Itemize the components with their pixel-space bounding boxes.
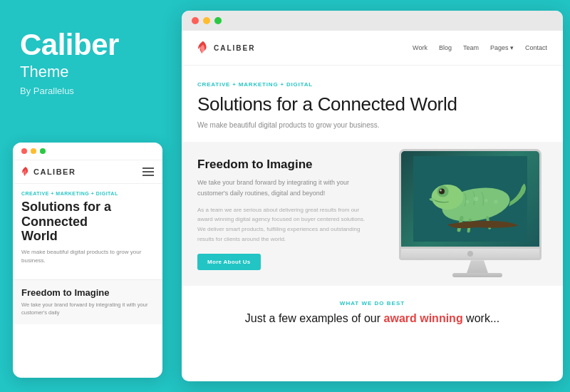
desktop-titlebar [182,11,563,31]
desktop-dot-yellow [203,17,210,24]
desktop-logo-icon [197,41,209,55]
mobile-heading-line2: Connected [21,215,88,229]
svg-point-9 [466,200,470,204]
desktop-logo-text: CALIBER [214,44,255,52]
svg-point-7 [484,199,488,202]
mobile-heading-line1: Solutions for a [21,200,111,214]
left-panel: Caliber Theme By Parallelus CALIBER CREA… [0,0,175,392]
mobile-content: CREATIVE + MARKETING + DIGITAL Solutions… [13,184,162,279]
mobile-logo-text: CALIBER [33,167,76,176]
mobile-section2-title: Freedom to Imagine [21,287,154,298]
theme-title: Caliber [20,29,155,61]
desktop-dot-green [214,17,222,24]
mobile-hamburger-icon[interactable] [142,167,154,176]
mobile-nav: CALIBER [13,160,162,184]
mobile-section2: Freedom to Imagine We take your brand fo… [13,279,162,324]
chameleon-svg [413,156,527,242]
nav-blog[interactable]: Blog [439,44,452,51]
imac-base [452,273,502,277]
feature-text: We take your brand forward by integratin… [197,177,366,200]
mobile-subtext: We make beautiful digital products to gr… [21,248,154,265]
imac-chin-circle [467,251,473,257]
bottom-tag: WHAT WE DO BEST [197,300,547,306]
theme-by: By Parallelus [20,86,155,96]
nav-pages[interactable]: Pages ▾ [490,44,514,51]
more-about-us-button[interactable]: More About Us [197,254,261,270]
svg-point-4 [439,189,445,195]
hero-sub: We make beautiful digital products to gr… [197,121,547,129]
imac-screen [399,149,542,249]
imac-stand [467,260,488,273]
nav-work[interactable]: Work [413,44,428,51]
desktop-bottom: WHAT WE DO BEST Just a few examples of o… [182,286,563,339]
nav-team[interactable]: Team [463,44,479,51]
desktop-feature: Freedom to Imagine We take your brand fo… [182,142,563,286]
mobile-heading: Solutions for a Connected World [21,200,154,244]
desktop-dot-red [192,17,199,24]
mobile-tag: CREATIVE + MARKETING + DIGITAL [21,191,154,196]
feature-right [381,142,563,286]
feature-detail: As a team we are serious about deliverin… [197,205,366,244]
desktop-hero: CREATIVE + MARKETING + DIGITAL Solutions… [182,66,563,142]
bottom-highlight: award winning [384,312,463,324]
mobile-dot-yellow [31,148,36,154]
feature-left: Freedom to Imagine We take your brand fo… [182,142,381,286]
desktop-body: CALIBER Work Blog Team Pages ▾ Contact C… [182,31,563,380]
mobile-section2-text: We take your brand forward by integratin… [21,301,154,317]
desktop-nav-links: Work Blog Team Pages ▾ Contact [413,44,547,51]
svg-point-5 [440,190,442,192]
svg-point-8 [494,200,498,204]
desktop-mockup: CALIBER Work Blog Team Pages ▾ Contact C… [182,11,563,381]
imac-mockup [399,149,556,277]
chameleon-image [401,151,539,247]
mobile-mockup: CALIBER CREATIVE + MARKETING + DIGITAL S… [13,143,162,378]
svg-point-6 [474,197,478,201]
mobile-logo: CALIBER [21,166,76,177]
feature-title: Freedom to Imagine [197,158,366,172]
mobile-dot-red [21,148,27,154]
bottom-text: Just a few examples of our award winning… [197,312,547,325]
imac-chin [399,249,542,260]
mobile-logo-icon [21,166,30,177]
bottom-post: work... [463,312,500,324]
hero-title: Solutions for a Connected World [197,93,547,115]
mobile-titlebar [13,143,162,160]
desktop-nav: CALIBER Work Blog Team Pages ▾ Contact [182,31,563,66]
bottom-pre: Just a few examples of our [245,312,384,324]
nav-contact[interactable]: Contact [525,44,547,51]
desktop-logo: CALIBER [197,41,255,55]
mobile-dot-green [40,148,46,154]
mobile-heading-line3: World [21,229,58,243]
theme-subtitle: Theme [20,63,155,81]
hero-tag: CREATIVE + MARKETING + DIGITAL [197,81,547,88]
